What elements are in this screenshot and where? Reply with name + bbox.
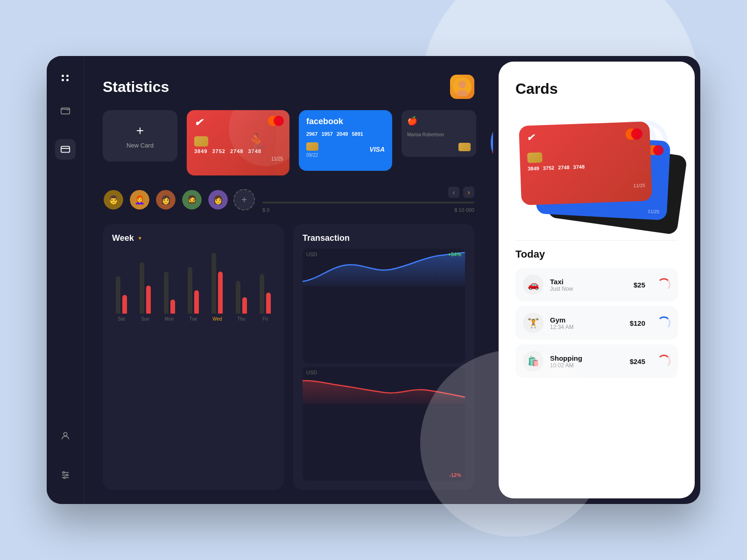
facebook-brand: facebook	[306, 117, 385, 126]
new-card-button[interactable]: + New Card	[103, 110, 177, 161]
avatar-image	[450, 75, 474, 99]
app-container: Statistics + New Card 🏃	[47, 56, 700, 504]
bar-mon-red	[170, 300, 175, 314]
sidebar-item-card[interactable]	[55, 139, 76, 160]
gym-info: Gym 12:34 AM	[550, 316, 623, 330]
bar-thu-red	[242, 297, 247, 314]
card-brand-nike: ✔	[194, 117, 202, 129]
week-title: Week	[112, 233, 134, 243]
shopping-time: 10:02 AM	[550, 362, 623, 369]
apple-card[interactable]: 🍎 Marisa Robertson	[402, 110, 476, 157]
chart-1-label: USD	[306, 252, 317, 257]
facebook-card-numbers: 2967 1957 2049 5891	[306, 131, 385, 137]
fb-chip	[306, 142, 318, 151]
sidebar-item-user[interactable]	[55, 426, 76, 446]
fb-expiry: 09/22	[306, 153, 318, 158]
sidebar-item-wallet[interactable]	[55, 100, 76, 120]
chart-area: USD +54%	[303, 249, 465, 481]
transaction-header: Transaction	[303, 233, 465, 243]
cards-row: + New Card 🏃 ✔ 3849 3752 2748	[103, 110, 474, 175]
bar-thu: Thu	[232, 248, 250, 322]
bar-sun: Sun	[136, 248, 154, 322]
red-chip	[527, 152, 543, 163]
shopping-indicator	[657, 355, 670, 368]
gym-indicator	[657, 316, 670, 329]
avatar-2[interactable]: 👩‍🦰	[129, 189, 150, 210]
prev-arrow[interactable]: ‹	[448, 187, 459, 198]
nike-card[interactable]: 🏃 ✔ 3849 3752 2748 3748 11/25	[187, 110, 289, 175]
budget-slider[interactable]: ‹ › $ 0 $ 10 000	[262, 187, 474, 213]
stacked-cards: VISA 2748 3748 11/25 ✔	[515, 105, 678, 226]
taxi-time: Just Now	[550, 286, 627, 292]
chart-2-label: USD	[306, 370, 317, 375]
mastercard-logo	[268, 116, 284, 126]
facebook-card[interactable]: facebook 2967 1957 2049 5891 09/22 VISA	[299, 110, 392, 171]
transaction-shopping[interactable]: 🛍️ Shopping 10:02 AM $245	[515, 344, 678, 378]
stacked-card-red: ✔ 3849 3752 2748 3748 11/25	[519, 121, 652, 205]
gym-amount: $120	[630, 319, 645, 327]
gym-icon: 🏋️	[523, 313, 543, 333]
card-expiry: 11/25	[271, 156, 283, 161]
week-dropdown[interactable]: ▼	[138, 236, 142, 241]
apple-chip	[458, 143, 471, 151]
red-expiry: 11/25	[634, 183, 645, 189]
page-title: Statistics	[103, 78, 169, 96]
transaction-section: Transaction USD +54%	[293, 224, 474, 490]
people-row: 👨 👩‍🦰 👩 🧔 👩 + ‹	[103, 187, 474, 213]
svg-point-10	[458, 81, 466, 88]
bar-wed: Wed	[208, 248, 226, 322]
week-section: Week ▼ Sat	[103, 224, 284, 490]
bar-fri-gray	[260, 274, 264, 314]
next-arrow[interactable]: ›	[463, 187, 474, 198]
header: Statistics	[103, 75, 474, 99]
slider-min: $ 0	[262, 207, 269, 213]
avatar-1[interactable]: 👨	[103, 189, 124, 210]
apple-logo: 🍎	[407, 116, 417, 126]
taxi-icon: 🚗	[523, 274, 543, 295]
chart-2-pct: -12%	[449, 472, 461, 478]
bar-wed-gray	[211, 253, 216, 314]
fb-visa-logo: VISA	[369, 146, 385, 153]
red-nike-brand: ✔	[527, 132, 535, 144]
transaction-taxi[interactable]: 🚗 Taxi Just Now $25	[515, 268, 678, 301]
chart-1: USD +54%	[303, 249, 465, 363]
red-numbers: 3849 3752 2748 3748	[528, 162, 643, 172]
bar-mon: Mon	[160, 248, 178, 322]
transaction-title: Transaction	[303, 233, 350, 243]
taxi-amount: $25	[634, 281, 645, 289]
sidebar	[47, 56, 84, 504]
bar-mon-label: Mon	[165, 316, 174, 322]
today-title: Today	[515, 248, 678, 260]
svg-point-6	[63, 472, 64, 474]
bar-fri-label: Fri	[262, 316, 268, 322]
shopping-name: Shopping	[550, 354, 623, 362]
user-avatar[interactable]	[450, 75, 474, 99]
card-chip	[194, 136, 208, 147]
cards-panel-title: Cards	[515, 80, 678, 98]
bar-tue-label: Tue	[190, 316, 197, 322]
add-avatar-button[interactable]: +	[233, 189, 255, 210]
bar-sat-red	[122, 295, 127, 314]
shopping-info: Shopping 10:02 AM	[550, 354, 623, 369]
red-mc	[625, 128, 642, 140]
apple-cardholder: Marisa Robertson	[407, 132, 471, 137]
avatar-3[interactable]: 👩	[155, 189, 176, 210]
bar-sat-gray	[116, 276, 120, 314]
shopping-amount: $245	[630, 357, 645, 365]
bar-thu-gray	[236, 281, 240, 314]
apple-chip-row	[407, 143, 471, 151]
blue-expiry: 11/25	[648, 209, 660, 214]
transaction-gym[interactable]: 🏋️ Gym 12:34 AM $120	[515, 306, 678, 340]
sidebar-item-settings[interactable]	[55, 465, 76, 485]
menu-icon[interactable]	[62, 75, 69, 81]
bar-sat: Sat	[112, 248, 130, 322]
slider-track[interactable]	[262, 202, 474, 203]
bar-wed-label: Wed	[212, 316, 222, 322]
chart-2: USD -12%	[303, 367, 465, 481]
taxi-indicator	[657, 278, 670, 291]
avatar-5[interactable]: 👩	[207, 189, 229, 210]
bar-chart: Sat Sun	[112, 249, 275, 323]
svg-point-2	[63, 433, 67, 436]
bar-fri-red	[266, 293, 271, 314]
avatar-4[interactable]: 🧔	[181, 189, 203, 210]
